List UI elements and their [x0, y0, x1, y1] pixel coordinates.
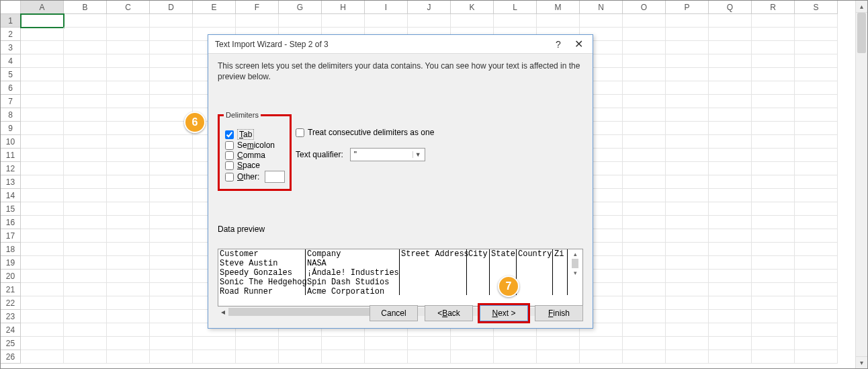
cell-R23[interactable] — [752, 310, 795, 323]
cell-C21[interactable] — [107, 283, 150, 296]
cell-D5[interactable] — [150, 68, 193, 81]
preview-vertical-scrollbar[interactable]: ▴ ▾ — [570, 249, 580, 295]
cell-O10[interactable] — [623, 135, 666, 149]
cell-A6[interactable] — [21, 81, 64, 95]
cell-S20[interactable] — [795, 270, 838, 283]
cell-R2[interactable] — [752, 28, 795, 41]
cell-O18[interactable] — [623, 243, 666, 256]
cell-A7[interactable] — [21, 95, 64, 108]
row-header-23[interactable]: 23 — [1, 310, 21, 323]
row-header-6[interactable]: 6 — [1, 81, 21, 95]
cell-O26[interactable] — [623, 350, 666, 364]
row-header-26[interactable]: 26 — [1, 350, 21, 364]
cell-B5[interactable] — [64, 68, 107, 81]
cell-G26[interactable] — [279, 350, 322, 364]
cell-S10[interactable] — [795, 135, 838, 149]
cell-O20[interactable] — [623, 270, 666, 283]
cell-D1[interactable] — [150, 14, 193, 28]
cell-R4[interactable] — [752, 54, 795, 68]
cell-O11[interactable] — [623, 149, 666, 162]
cell-D12[interactable] — [150, 162, 193, 175]
cell-C18[interactable] — [107, 243, 150, 256]
cell-A24[interactable] — [21, 323, 64, 337]
cell-E1[interactable] — [193, 14, 236, 28]
cell-P16[interactable] — [666, 216, 709, 229]
cell-B10[interactable] — [64, 135, 107, 149]
cell-E25[interactable] — [193, 337, 236, 350]
cell-C25[interactable] — [107, 337, 150, 350]
column-header-J[interactable]: J — [408, 1, 451, 14]
column-header-A[interactable]: A — [21, 1, 64, 14]
cell-Q21[interactable] — [709, 283, 752, 296]
cell-B3[interactable] — [64, 41, 107, 54]
select-all-corner[interactable] — [1, 1, 21, 14]
cell-O12[interactable] — [623, 162, 666, 175]
text-qualifier-select[interactable]: " ▼ — [350, 148, 425, 161]
cell-O1[interactable] — [623, 14, 666, 28]
cell-Q1[interactable] — [709, 14, 752, 28]
delimiter-comma-checkbox[interactable] — [225, 151, 234, 160]
cancel-button[interactable]: Cancel — [370, 305, 418, 321]
cell-P8[interactable] — [666, 108, 709, 122]
cell-A12[interactable] — [21, 162, 64, 175]
cell-C20[interactable] — [107, 270, 150, 283]
cell-O9[interactable] — [623, 122, 666, 135]
cell-A1[interactable] — [21, 14, 64, 28]
cell-D22[interactable] — [150, 296, 193, 310]
cell-O19[interactable] — [623, 256, 666, 270]
row-header-16[interactable]: 16 — [1, 216, 21, 229]
cell-S19[interactable] — [795, 256, 838, 270]
back-button[interactable]: < Back — [425, 305, 473, 321]
cell-P20[interactable] — [666, 270, 709, 283]
cell-D21[interactable] — [150, 283, 193, 296]
cell-C23[interactable] — [107, 310, 150, 323]
cell-K26[interactable] — [451, 350, 494, 364]
cell-O6[interactable] — [623, 81, 666, 95]
cell-Q18[interactable] — [709, 243, 752, 256]
scroll-up-icon[interactable]: ▴ — [570, 249, 580, 259]
cell-M26[interactable] — [537, 350, 580, 364]
cell-B13[interactable] — [64, 175, 107, 189]
cell-D26[interactable] — [150, 350, 193, 364]
column-header-L[interactable]: L — [494, 1, 537, 14]
cell-C19[interactable] — [107, 256, 150, 270]
cell-O14[interactable] — [623, 189, 666, 202]
cell-M25[interactable] — [537, 337, 580, 350]
cell-S21[interactable] — [795, 283, 838, 296]
delimiter-semicolon-checkbox[interactable] — [225, 141, 234, 150]
cell-P5[interactable] — [666, 68, 709, 81]
column-header-M[interactable]: M — [537, 1, 580, 14]
cell-R13[interactable] — [752, 175, 795, 189]
cell-A8[interactable] — [21, 108, 64, 122]
cell-D18[interactable] — [150, 243, 193, 256]
cell-B16[interactable] — [64, 216, 107, 229]
cell-P13[interactable] — [666, 175, 709, 189]
cell-B21[interactable] — [64, 283, 107, 296]
cell-A5[interactable] — [21, 68, 64, 81]
cell-A10[interactable] — [21, 135, 64, 149]
cell-B24[interactable] — [64, 323, 107, 337]
cell-R10[interactable] — [752, 135, 795, 149]
cell-B7[interactable] — [64, 95, 107, 108]
cell-A26[interactable] — [21, 350, 64, 364]
cell-A13[interactable] — [21, 175, 64, 189]
cell-R8[interactable] — [752, 108, 795, 122]
cell-B8[interactable] — [64, 108, 107, 122]
cell-B23[interactable] — [64, 310, 107, 323]
cell-Q7[interactable] — [709, 95, 752, 108]
cell-O5[interactable] — [623, 68, 666, 81]
delimiter-tab-checkbox[interactable] — [225, 130, 234, 139]
cell-O23[interactable] — [623, 310, 666, 323]
column-header-D[interactable]: D — [150, 1, 193, 14]
cell-P11[interactable] — [666, 149, 709, 162]
scroll-left-icon[interactable]: ◂ — [218, 307, 228, 317]
cell-S9[interactable] — [795, 122, 838, 135]
cell-P7[interactable] — [666, 95, 709, 108]
cell-S15[interactable] — [795, 202, 838, 216]
column-header-N[interactable]: N — [580, 1, 623, 14]
cell-S16[interactable] — [795, 216, 838, 229]
scroll-down-icon[interactable]: ▾ — [570, 268, 580, 278]
cell-A11[interactable] — [21, 149, 64, 162]
cell-N26[interactable] — [580, 350, 623, 364]
cell-O17[interactable] — [623, 229, 666, 243]
